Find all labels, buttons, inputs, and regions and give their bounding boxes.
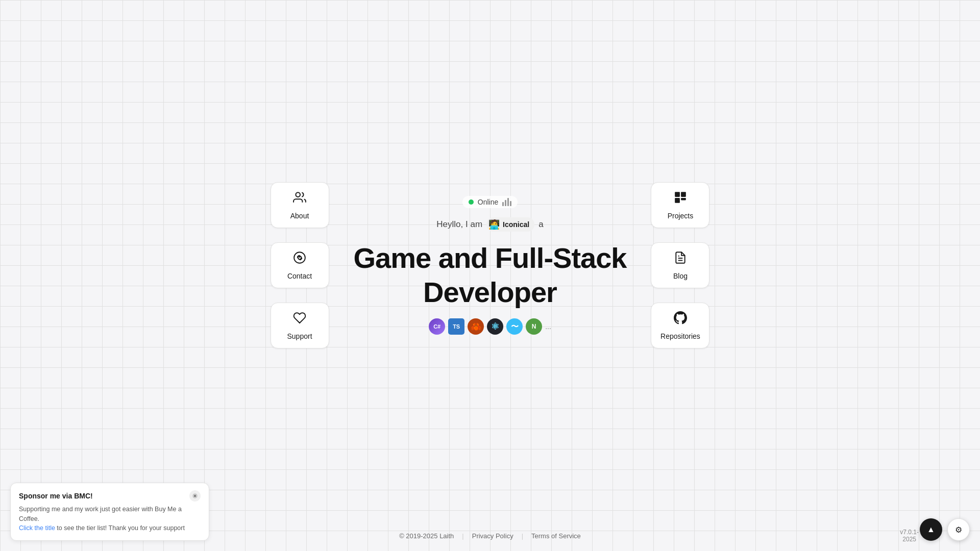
repositories-card[interactable]: Repositories xyxy=(651,303,709,348)
support-icon xyxy=(293,311,306,328)
tech-icon-tailwind: 〜 xyxy=(506,318,523,335)
hero-title: Game and Full-Stack Developer xyxy=(354,241,627,309)
greeting-suffix: a xyxy=(538,219,543,230)
tech-icon-csharp: C# xyxy=(429,318,445,335)
svg-rect-4 xyxy=(675,192,680,197)
svg-point-0 xyxy=(296,192,300,197)
tech-icon-typescript: TS xyxy=(448,318,464,335)
projects-card[interactable]: Projects xyxy=(651,182,709,228)
contact-card[interactable]: Contact xyxy=(271,242,329,288)
footer: © 2019-2025 Laith | Privacy Policy | Ter… xyxy=(0,520,980,551)
copyright: © 2019-2025 Laith xyxy=(399,532,454,540)
contact-icon xyxy=(293,251,306,268)
tech-icon-react: ⚛ xyxy=(487,318,503,335)
hero-center: Online Heyllo, I am 🧑‍💻 Iconical xyxy=(354,186,627,345)
repositories-label: Repositories xyxy=(660,332,700,340)
status-text: Online xyxy=(478,198,498,206)
status-dot xyxy=(469,199,474,205)
about-card[interactable]: About xyxy=(271,182,329,228)
blog-icon xyxy=(674,251,687,268)
greeting-name: Iconical xyxy=(503,220,529,229)
blog-label: Blog xyxy=(673,272,688,280)
tech-icon-nodejs: N xyxy=(526,318,542,335)
status-bars xyxy=(502,198,511,206)
blog-card[interactable]: Blog xyxy=(651,242,709,288)
greeting: Heyllo, I am 🧑‍💻 Iconical a xyxy=(436,217,543,232)
contact-label: Contact xyxy=(287,272,312,280)
separator-2: | xyxy=(522,532,523,540)
svg-rect-5 xyxy=(681,192,686,197)
privacy-policy-link[interactable]: Privacy Policy xyxy=(472,532,513,540)
greeting-prefix: Heyllo, I am xyxy=(436,219,482,230)
svg-rect-7 xyxy=(681,198,686,200)
separator-1: | xyxy=(462,532,463,540)
support-card[interactable]: Support xyxy=(271,303,329,348)
avatar-chip: 🧑‍💻 Iconical xyxy=(486,217,534,232)
tech-icon-rust: 🦀 xyxy=(468,318,484,335)
projects-label: Projects xyxy=(668,212,694,220)
terms-link[interactable]: Terms of Service xyxy=(531,532,581,540)
support-label: Support xyxy=(287,332,312,340)
footer-version: v7.0.1-2025 xyxy=(900,529,919,543)
status-badge: Online xyxy=(462,196,518,208)
avatar-emoji: 🧑‍💻 xyxy=(488,219,500,230)
repositories-icon xyxy=(674,311,687,328)
projects-icon xyxy=(674,191,687,208)
footer-links: © 2019-2025 Laith | Privacy Policy | Ter… xyxy=(399,532,581,540)
about-icon xyxy=(293,191,306,208)
tech-icons-row: C# TS 🦀 ⚛ 〜 N ... xyxy=(429,318,551,335)
about-label: About xyxy=(290,212,309,220)
svg-rect-6 xyxy=(675,198,680,203)
hero-title-line1: Game and Full-Stack Developer xyxy=(354,241,627,309)
tech-more: ... xyxy=(545,322,551,331)
